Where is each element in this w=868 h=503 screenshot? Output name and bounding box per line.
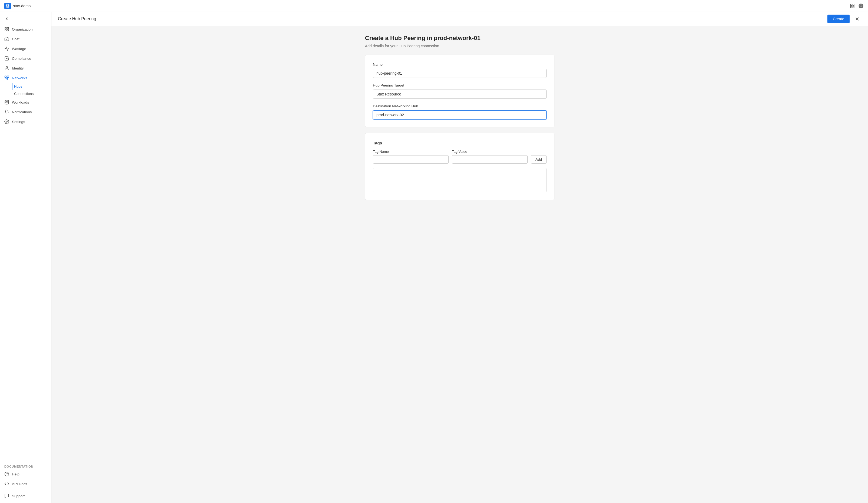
tag-name-label: Tag Name bbox=[373, 149, 448, 154]
svg-point-20 bbox=[5, 100, 9, 102]
sidebar-sub-item-hubs[interactable]: Hubs bbox=[12, 83, 51, 90]
sidebar-item-label: Compliance bbox=[12, 56, 31, 61]
add-tag-button[interactable]: Add bbox=[531, 155, 547, 164]
tags-table bbox=[373, 168, 547, 192]
svg-point-22 bbox=[5, 472, 9, 476]
grid-icon[interactable] bbox=[850, 3, 855, 9]
hub-peering-target-select[interactable]: Stax Resource External Resource bbox=[373, 90, 547, 99]
svg-rect-3 bbox=[853, 6, 854, 8]
tags-card: Tags Tag Name Tag Value Add bbox=[365, 133, 555, 200]
sidebar-item-label: Identity bbox=[12, 66, 24, 70]
sidebar-item-notifications[interactable]: Notifications bbox=[0, 107, 51, 117]
sidebar-item-label: Cost bbox=[12, 37, 20, 41]
svg-rect-2 bbox=[850, 6, 852, 8]
svg-point-21 bbox=[6, 121, 8, 123]
page-title: Create Hub Peering bbox=[58, 17, 96, 21]
tags-input-row: Tag Name Tag Value Add bbox=[373, 149, 547, 164]
topbar: stax-demo bbox=[0, 0, 868, 12]
page-header: Create Hub Peering Create bbox=[51, 12, 868, 26]
svg-rect-7 bbox=[5, 30, 6, 31]
sidebar-item-compliance[interactable]: Compliance bbox=[0, 54, 51, 63]
app-title: stax-demo bbox=[13, 4, 31, 8]
sidebar-item-label: Help bbox=[12, 472, 20, 476]
destination-hub-group: Destination Networking Hub prod-network-… bbox=[373, 104, 547, 119]
form-title: Create a Hub Peering in prod-network-01 bbox=[365, 35, 555, 42]
sidebar-item-identity[interactable]: Identity bbox=[0, 63, 51, 73]
documentation-section-label: DOCUMENTATION bbox=[0, 462, 51, 469]
tag-value-label: Tag Value bbox=[452, 149, 528, 154]
sidebar-item-label: Wastage bbox=[12, 47, 26, 51]
svg-rect-1 bbox=[853, 4, 854, 6]
topbar-right bbox=[850, 3, 864, 9]
name-field-group: Name bbox=[373, 62, 547, 78]
name-label: Name bbox=[373, 62, 547, 66]
header-actions: Create bbox=[827, 14, 861, 23]
svg-rect-8 bbox=[7, 30, 9, 31]
close-button[interactable] bbox=[853, 14, 861, 23]
app-logo bbox=[4, 3, 11, 9]
sidebar-item-organization[interactable]: Organization bbox=[0, 24, 51, 34]
sidebar: Organization Cost Wastage Com bbox=[0, 12, 51, 503]
hub-peering-target-group: Hub Peering Target Stax Resource Externa… bbox=[373, 83, 547, 99]
tag-value-col: Tag Value bbox=[452, 149, 528, 164]
tags-section-label: Tags bbox=[373, 140, 547, 145]
gear-icon[interactable] bbox=[858, 3, 864, 9]
tag-name-input[interactable] bbox=[373, 155, 448, 164]
sidebar-item-workloads[interactable]: Workloads bbox=[0, 97, 51, 107]
svg-rect-0 bbox=[850, 4, 852, 6]
sidebar-item-cost[interactable]: Cost bbox=[0, 34, 51, 44]
content-area: Create a Hub Peering in prod-network-01 … bbox=[51, 26, 868, 503]
sidebar-back-button[interactable] bbox=[0, 14, 51, 23]
svg-rect-14 bbox=[7, 76, 9, 77]
sidebar-sub-nav: Hubs Connections bbox=[0, 83, 51, 97]
sidebar-item-label: Organization bbox=[12, 27, 33, 31]
sidebar-item-wastage[interactable]: Wastage bbox=[0, 44, 51, 54]
hub-peering-target-label: Hub Peering Target bbox=[373, 83, 547, 87]
sidebar-item-networks[interactable]: Networks bbox=[0, 73, 51, 83]
sidebar-item-support[interactable]: Support bbox=[0, 491, 51, 501]
sidebar-item-label: Support bbox=[12, 494, 24, 498]
sidebar-item-settings[interactable]: Settings bbox=[0, 117, 51, 127]
svg-rect-6 bbox=[7, 27, 9, 29]
tag-value-input[interactable] bbox=[452, 155, 528, 164]
svg-rect-5 bbox=[5, 27, 6, 29]
svg-rect-15 bbox=[6, 78, 8, 80]
sidebar-bottom: Support bbox=[0, 489, 51, 501]
destination-hub-label: Destination Networking Hub bbox=[373, 104, 547, 108]
form-subtitle: Add details for your Hub Peering connect… bbox=[365, 44, 555, 48]
main-content: Create Hub Peering Create Create a Hub P… bbox=[51, 12, 868, 503]
svg-point-4 bbox=[860, 5, 862, 7]
sidebar-item-label: Networks bbox=[12, 76, 27, 80]
sidebar-item-label: API Docs bbox=[12, 482, 27, 486]
tag-name-col: Tag Name bbox=[373, 149, 448, 164]
name-input[interactable] bbox=[373, 69, 547, 78]
create-button[interactable]: Create bbox=[827, 14, 850, 23]
topbar-left: stax-demo bbox=[4, 3, 31, 9]
sidebar-item-label: Workloads bbox=[12, 100, 29, 104]
sidebar-item-label: Settings bbox=[12, 120, 25, 124]
sidebar-sub-item-connections[interactable]: Connections bbox=[12, 90, 51, 97]
sidebar-item-api-docs[interactable]: API Docs bbox=[0, 479, 51, 489]
destination-hub-select[interactable]: prod-network-02 prod-network-01 dev-netw… bbox=[373, 110, 547, 119]
sidebar-item-help[interactable]: Help bbox=[0, 469, 51, 479]
svg-point-12 bbox=[6, 66, 8, 68]
svg-rect-13 bbox=[5, 76, 7, 77]
form-card: Name Hub Peering Target Stax Resource Ex… bbox=[365, 55, 555, 127]
sidebar-item-label: Notifications bbox=[12, 110, 32, 114]
form-container: Create a Hub Peering in prod-network-01 … bbox=[365, 35, 555, 200]
